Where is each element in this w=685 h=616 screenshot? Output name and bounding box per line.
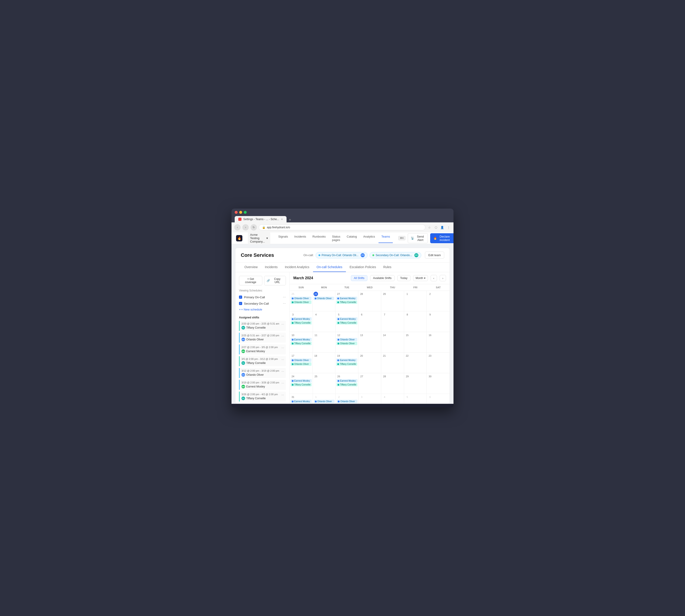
calendar-next-button[interactable]: › xyxy=(440,275,446,281)
calendar-cell-0-4[interactable]: 29 xyxy=(381,291,404,311)
calendar-cell-5-3[interactable]: 3 xyxy=(359,394,382,403)
extensions-icon[interactable]: ⬡ xyxy=(433,225,438,229)
calendar-event-0-2-0[interactable]: Earnest Mosley xyxy=(336,297,357,300)
tab-escalation-policies[interactable]: Escalation Policies xyxy=(346,263,380,272)
shift-more-2[interactable]: ··· xyxy=(281,346,284,349)
calendar-event-2-0-1[interactable]: Tiffany Corneille xyxy=(291,342,312,345)
calendar-cell-0-3[interactable]: 28 xyxy=(358,291,381,311)
shift-more-0[interactable]: ··· xyxy=(281,322,284,326)
calendar-event-5-2-0[interactable]: Orlando Oliver xyxy=(337,400,358,403)
calendar-event-0-1-0[interactable]: Orlando Oliver xyxy=(314,297,334,300)
calendar-event-4-0-1[interactable]: Tiffany Corneille xyxy=(291,383,312,387)
calendar-cell-3-1[interactable]: 18 xyxy=(313,353,336,373)
calendar-prev-button[interactable]: ‹ xyxy=(431,275,437,281)
calendar-event-4-2-0[interactable]: Earnest Mosley xyxy=(336,379,358,382)
calendar-cell-0-5[interactable]: 1 xyxy=(404,291,427,311)
calendar-cell-1-2[interactable]: 5Earnest MosleyTiffany Corneille xyxy=(336,311,359,332)
calendar-cell-4-5[interactable]: 29 xyxy=(404,373,427,394)
calendar-cell-2-3[interactable]: 13 xyxy=(358,332,381,352)
calendar-cell-0-6[interactable]: 2 xyxy=(427,291,450,311)
month-selector[interactable]: Month ▾ xyxy=(413,275,428,281)
calendar-event-2-0-0[interactable]: Earnest Mosley xyxy=(291,338,312,341)
calendar-cell-5-5[interactable]: 5 xyxy=(404,394,427,403)
primary-schedule-more-icon[interactable]: ··· xyxy=(283,295,286,299)
calendar-event-3-2-1[interactable]: Tiffany Corneille xyxy=(336,362,357,366)
tab-rules[interactable]: Rules xyxy=(380,263,395,272)
star-icon[interactable]: ☆ xyxy=(427,225,432,229)
nav-status-pages[interactable]: Status pages xyxy=(329,234,343,243)
schedule-item-secondary[interactable]: Secondary On-Call ··· xyxy=(239,300,286,307)
calendar-cell-3-5[interactable]: 22 xyxy=(404,353,427,373)
calendar-cell-1-0[interactable]: 3Earnest MosleyTiffany Corneille xyxy=(290,311,313,332)
calendar-cell-4-1[interactable]: 25 xyxy=(313,373,336,394)
calendar-cell-5-6[interactable]: 6 xyxy=(427,394,450,403)
schedule-item-primary[interactable]: Primary On-Call ··· xyxy=(239,294,286,300)
calendar-cell-1-5[interactable]: 8 xyxy=(404,311,427,332)
secondary-schedule-more-icon[interactable]: ··· xyxy=(283,302,286,306)
calendar-event-5-1-0[interactable]: Orlando Oliver xyxy=(314,400,335,403)
all-shifts-filter[interactable]: All Shifts xyxy=(351,275,367,281)
new-tab-button[interactable]: + xyxy=(286,218,294,222)
address-bar[interactable]: 🔒 app.firehydrant.io/o xyxy=(259,224,425,230)
calendar-event-3-0-0[interactable]: Orlando Oliver xyxy=(291,358,312,362)
calendar-cell-4-6[interactable]: 30 xyxy=(427,373,450,394)
calendar-event-2-2-1[interactable]: Orlando Oliver xyxy=(336,342,357,345)
tab-oncall-schedules[interactable]: On-call Schedules xyxy=(313,263,346,272)
calendar-cell-3-0[interactable]: 17Orlando OliverOrlando Oliver xyxy=(290,353,313,373)
nav-teams[interactable]: Teams xyxy=(379,234,392,243)
send-alert-button[interactable]: 📡 Send Alert xyxy=(408,233,428,243)
active-browser-tab[interactable]: Settings - Teams - ... - Sche... ✕ xyxy=(235,216,286,222)
nav-catalog[interactable]: Catalog xyxy=(344,234,360,243)
calendar-cell-4-2[interactable]: 26Earnest MosleyTiffany Corneille xyxy=(336,373,359,394)
available-shifts-filter[interactable]: Available Shifts xyxy=(370,275,394,281)
calendar-event-4-0-0[interactable]: Earnest Mosley xyxy=(291,379,312,382)
calendar-event-5-0-0[interactable]: Earnest Mosley xyxy=(291,400,312,403)
calendar-event-0-0-1[interactable]: Orlando Oliver xyxy=(291,301,312,304)
minimize-dot[interactable] xyxy=(239,211,242,214)
declare-incident-button[interactable]: 🔥 Declare incident xyxy=(430,233,453,243)
calendar-cell-5-0[interactable]: 31Earnest MosleyTiffany Corneille xyxy=(290,394,313,403)
today-button[interactable]: Today xyxy=(397,275,410,281)
calendar-cell-3-4[interactable]: 21 xyxy=(381,353,404,373)
new-schedule-button[interactable]: + + New schedule xyxy=(239,307,286,312)
nav-signals[interactable]: Signals xyxy=(276,234,291,243)
calendar-cell-0-1[interactable]: 26Orlando Oliver xyxy=(313,291,336,311)
tab-close-icon[interactable]: ✕ xyxy=(281,218,283,221)
calendar-cell-3-6[interactable]: 23 xyxy=(427,353,450,373)
copy-url-button[interactable]: 🔗 Copy URL xyxy=(264,276,286,285)
calendar-cell-5-2[interactable]: 2Orlando OliverOrlando Oliver xyxy=(336,394,359,403)
maximize-dot[interactable] xyxy=(244,211,247,214)
calendar-cell-2-6[interactable]: 16 xyxy=(427,332,450,352)
calendar-event-1-0-1[interactable]: Tiffany Corneille xyxy=(291,321,312,325)
tab-incidents[interactable]: Incidents xyxy=(261,263,281,272)
calendar-cell-0-0[interactable]: 25Orlando OliverOrlando Oliver xyxy=(290,291,313,311)
calendar-cell-1-1[interactable]: 4 xyxy=(313,311,336,332)
shift-more-4[interactable]: ··· xyxy=(281,369,284,373)
shift-more-5[interactable]: ··· xyxy=(281,381,284,385)
shift-more-1[interactable]: ··· xyxy=(281,334,284,338)
tab-overview[interactable]: Overview xyxy=(241,263,261,272)
calendar-event-1-2-0[interactable]: Earnest Mosley xyxy=(336,317,358,321)
calendar-event-0-0-0[interactable]: Orlando Oliver xyxy=(291,297,312,300)
calendar-cell-0-2[interactable]: 27Earnest MosleyTiffany Corneille xyxy=(335,291,358,311)
company-selector[interactable]: Acme Testing Company... ▾ xyxy=(248,232,270,244)
calendar-event-1-0-0[interactable]: Earnest Mosley xyxy=(291,317,312,321)
calendar-cell-3-2[interactable]: 19Earnest MosleyTiffany Corneille xyxy=(335,353,358,373)
forward-button[interactable]: › xyxy=(242,224,249,230)
calendar-cell-1-3[interactable]: 6 xyxy=(359,311,382,332)
nav-analytics[interactable]: Analytics xyxy=(360,234,378,243)
calendar-event-4-2-1[interactable]: Tiffany Corneille xyxy=(336,383,358,387)
calendar-event-3-0-1[interactable]: Orlando Oliver xyxy=(291,362,312,366)
edit-team-button[interactable]: Edit team xyxy=(425,251,444,259)
calendar-cell-2-5[interactable]: 15 xyxy=(404,332,427,352)
back-button[interactable]: ‹ xyxy=(234,224,240,230)
calendar-cell-2-2[interactable]: 12Orlando OliverOrlando Oliver xyxy=(336,332,358,352)
calendar-cell-4-0[interactable]: 24Earnest MosleyTiffany Corneille xyxy=(290,373,313,394)
calendar-cell-1-4[interactable]: 7 xyxy=(381,311,404,332)
calendar-cell-1-6[interactable]: 9 xyxy=(427,311,450,332)
calendar-event-0-2-1[interactable]: Tiffany Corneille xyxy=(336,301,357,304)
more-icon[interactable]: ⋮ xyxy=(446,225,451,229)
calendar-cell-4-3[interactable]: 27 xyxy=(359,373,382,394)
calendar-event-2-2-0[interactable]: Orlando Oliver xyxy=(336,338,357,341)
refresh-button[interactable]: ↻ xyxy=(251,224,257,230)
